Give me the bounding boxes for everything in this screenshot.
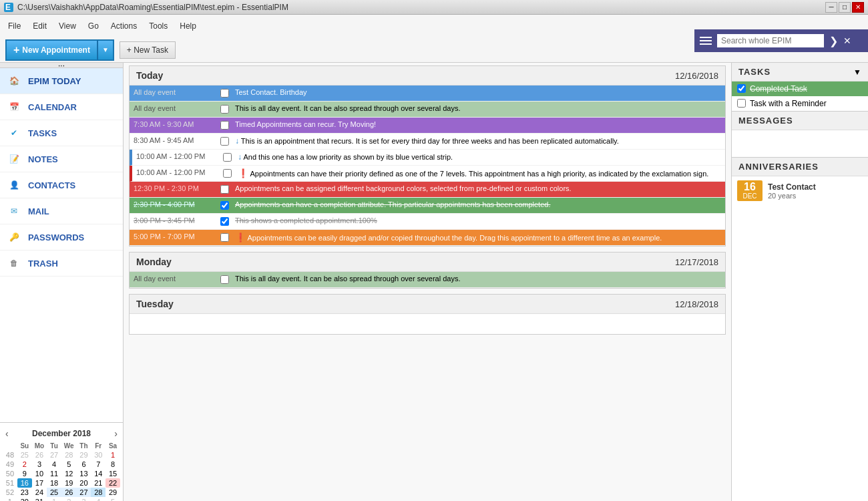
mini-cal-day[interactable]: 29 <box>77 450 91 460</box>
mini-cal-day[interactable]: 25 <box>47 488 61 497</box>
mini-cal-next[interactable]: › <box>114 428 118 439</box>
mini-cal-day[interactable]: 18 <box>47 478 61 488</box>
task-item-reminder[interactable]: Task with a Reminder <box>732 96 868 111</box>
minimize-button[interactable]: ─ <box>825 2 837 13</box>
new-appointment-button[interactable]: + New Appointment <box>6 40 97 60</box>
event-checkbox[interactable] <box>220 137 229 146</box>
event-timed-purple[interactable]: 7:30 AM - 9:30 AM Timed Appointments can… <box>130 118 725 134</box>
sidebar-item-tasks[interactable]: ✔ TASKS <box>0 120 123 146</box>
mini-cal-day[interactable]: 26 <box>61 488 77 497</box>
appointment-dropdown-button[interactable]: ▼ <box>97 40 114 60</box>
search-forward-icon[interactable]: ❯ <box>829 35 838 47</box>
mini-cal-grid: Su Mo Tu We Th Fr Sa 4825262728293014923… <box>3 442 120 501</box>
mini-cal-day[interactable]: 2 <box>17 460 32 469</box>
menu-file[interactable]: File <box>3 20 26 32</box>
task-checkbox-completed[interactable] <box>737 84 746 93</box>
mini-cal-day[interactable]: 19 <box>61 478 77 488</box>
mini-cal-day[interactable]: 10 <box>32 469 47 478</box>
mini-cal-day[interactable]: 28 <box>91 488 105 497</box>
mini-cal-day[interactable]: 6 <box>77 460 91 469</box>
mini-cal-day[interactable]: 2 <box>61 497 77 501</box>
mini-cal-day[interactable]: 3 <box>32 460 47 469</box>
mini-cal-day[interactable]: 28 <box>61 450 77 460</box>
event-checkbox[interactable] <box>220 89 229 98</box>
menu-view[interactable]: View <box>53 20 81 32</box>
sidebar-collapse[interactable]: ··· <box>0 63 123 68</box>
event-completed-plain[interactable]: 3:00 PM - 3:45 PM This shows a completed… <box>130 214 725 230</box>
mini-cal-day[interactable]: 27 <box>47 450 61 460</box>
mini-cal-day[interactable]: 1 <box>105 450 120 460</box>
mini-cal-day[interactable]: 8 <box>105 460 120 469</box>
mini-cal-day[interactable]: 16 <box>17 478 32 488</box>
event-orange-drag[interactable]: 5:00 PM - 7:00 PM ❗ Appointments can be … <box>130 230 725 246</box>
mini-cal-day[interactable]: 13 <box>77 469 91 478</box>
mini-cal-day[interactable]: 22 <box>105 478 120 488</box>
event-checkbox[interactable] <box>220 105 229 114</box>
close-button[interactable]: ✕ <box>852 2 864 13</box>
event-checkbox[interactable] <box>220 185 229 194</box>
sidebar-item-passwords[interactable]: 🔑 PASSWORDS <box>0 224 123 251</box>
event-recurring[interactable]: 8:30 AM - 9:45 AM ↓ This is an appointme… <box>130 134 725 150</box>
tasks-dropdown-icon[interactable]: ▼ <box>853 67 861 77</box>
mini-cal-day[interactable]: 5 <box>105 497 120 501</box>
mini-cal-day[interactable]: 30 <box>17 497 32 501</box>
event-checkbox[interactable] <box>220 275 229 284</box>
event-check <box>220 183 232 196</box>
menu-help[interactable]: Help <box>174 20 202 32</box>
event-allday-spread[interactable]: All day event This is all day event. It … <box>130 102 725 118</box>
mini-cal-day[interactable]: 14 <box>91 469 105 478</box>
event-allday-birthday[interactable]: All day event Test Contact. Birthday <box>130 86 725 102</box>
event-checkbox[interactable] <box>220 233 229 242</box>
mini-cal-day[interactable]: 24 <box>32 488 47 497</box>
task-item-completed[interactable]: Completed Task <box>732 81 868 96</box>
mini-cal-prev[interactable]: ‹ <box>5 428 9 439</box>
search-close-icon[interactable]: ✕ <box>843 35 851 46</box>
search-input[interactable] <box>717 34 824 47</box>
mini-cal-day[interactable]: 12 <box>61 469 77 478</box>
mini-cal-day[interactable]: 11 <box>47 469 61 478</box>
sidebar-item-epim-today[interactable]: 🏠 EPIM TODAY <box>0 68 123 94</box>
mini-cal-day[interactable]: 26 <box>32 450 47 460</box>
event-colored-red[interactable]: 12:30 PM - 2:30 PM Appointments can be a… <box>130 182 725 198</box>
event-checkbox[interactable] <box>223 153 232 162</box>
event-checkbox[interactable] <box>220 201 229 210</box>
menu-edit[interactable]: Edit <box>27 20 52 32</box>
mini-cal-day[interactable]: 30 <box>91 450 105 460</box>
maximize-button[interactable]: □ <box>839 2 851 13</box>
mini-cal-day[interactable]: 3 <box>77 497 91 501</box>
mini-cal-day[interactable]: 1 <box>47 497 61 501</box>
event-checkbox[interactable] <box>220 217 229 226</box>
menu-go[interactable]: Go <box>83 20 104 32</box>
sidebar-item-calendar[interactable]: 📅 CALENDAR <box>0 94 123 120</box>
sidebar-item-notes[interactable]: 📝 NOTES <box>0 146 123 172</box>
mini-cal-day[interactable]: 29 <box>105 488 120 497</box>
mini-cal-day[interactable]: 21 <box>91 478 105 488</box>
mini-cal-day[interactable]: 15 <box>105 469 120 478</box>
mini-cal-day[interactable]: 25 <box>17 450 32 460</box>
new-task-button[interactable]: + New Task <box>120 41 176 59</box>
sidebar-item-trash[interactable]: 🗑 TRASH <box>0 251 123 277</box>
event-completed-green[interactable]: 2:30 PM - 4:00 PM Appointments can have … <box>130 198 725 214</box>
mini-cal-day[interactable]: 31 <box>32 497 47 501</box>
mini-cal-day[interactable]: 27 <box>77 488 91 497</box>
event-high-priority[interactable]: 10:00 AM - 12:00 PM ❗ Appointments can h… <box>130 166 725 182</box>
anniversary-item[interactable]: 16 DEC Test Contact 20 years <box>732 176 868 205</box>
event-low-priority[interactable]: 10:00 AM - 12:00 PM ↓ And this one has a… <box>130 150 725 166</box>
mini-cal-day[interactable]: 20 <box>77 478 91 488</box>
mini-cal-day[interactable]: 5 <box>61 460 77 469</box>
event-checkbox[interactable] <box>223 169 232 178</box>
sidebar-item-mail[interactable]: ✉ MAIL <box>0 198 123 224</box>
mini-cal-day[interactable]: 17 <box>32 478 47 488</box>
task-checkbox-reminder[interactable] <box>737 99 746 108</box>
mini-cal-day[interactable]: 7 <box>91 460 105 469</box>
col-sa: Sa <box>105 442 120 450</box>
mini-cal-day[interactable]: 23 <box>17 488 32 497</box>
sidebar-item-contacts[interactable]: 👤 CONTACTS <box>0 172 123 198</box>
menu-actions[interactable]: Actions <box>105 20 142 32</box>
mini-cal-day[interactable]: 4 <box>47 460 61 469</box>
event-monday-allday[interactable]: All day event This is all day event. It … <box>130 272 725 288</box>
event-checkbox[interactable] <box>220 121 229 130</box>
menu-tools[interactable]: Tools <box>144 20 173 32</box>
mini-cal-day[interactable]: 4 <box>91 497 105 501</box>
mini-cal-day[interactable]: 9 <box>17 469 32 478</box>
